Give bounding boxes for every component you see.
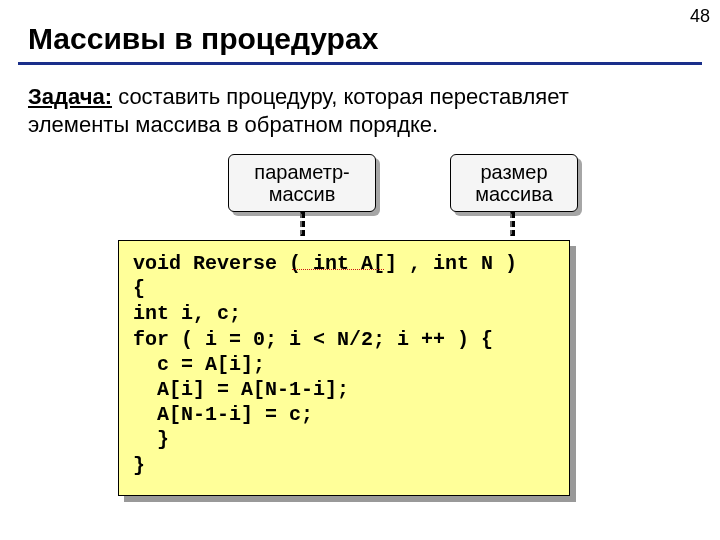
task-text-1: составить процедуру, которая переставляе…	[112, 84, 569, 109]
code-block: void Reverse ( int A[] , int N ) { int i…	[118, 240, 570, 496]
callout-param-array-l2: массив	[247, 183, 357, 205]
page-number: 48	[690, 6, 710, 27]
task-text-2: элементы массива в обратном порядке.	[28, 112, 438, 137]
callout-param-array-l1: параметр-	[247, 161, 357, 183]
callout-size-l2: массива	[469, 183, 559, 205]
task-paragraph: Задача: составить процедуру, которая пер…	[0, 65, 720, 138]
callout-size: размер массива	[450, 154, 578, 212]
task-label: Задача:	[28, 84, 112, 109]
diagram-area: параметр- массив размер массива void Rev…	[0, 152, 720, 512]
page-title: Массивы в процедурах	[0, 0, 720, 62]
callout-param-array: параметр- массив	[228, 154, 376, 212]
leader-line-1	[300, 212, 305, 236]
leader-line-2	[510, 212, 515, 236]
callout-size-l1: размер	[469, 161, 559, 183]
param-underline	[292, 269, 384, 270]
